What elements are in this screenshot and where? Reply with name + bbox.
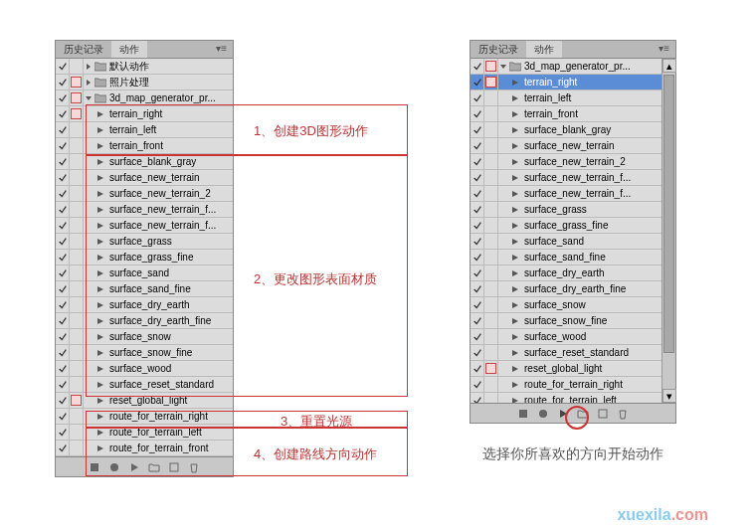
new-action-icon[interactable] bbox=[597, 408, 609, 420]
action-row[interactable]: route_for_terrain_left bbox=[56, 425, 233, 441]
action-row[interactable]: surface_wood bbox=[56, 361, 233, 377]
action-row[interactable]: terrain_left bbox=[471, 90, 675, 106]
toggle-checkbox[interactable] bbox=[56, 345, 70, 360]
toggle-checkbox[interactable] bbox=[471, 218, 484, 233]
expand-icon[interactable] bbox=[84, 94, 94, 102]
toggle-checkbox[interactable] bbox=[56, 250, 70, 265]
action-row[interactable]: terrain_left bbox=[56, 122, 233, 138]
action-row[interactable]: terrain_right bbox=[56, 106, 233, 122]
panel-menu-icon[interactable]: ▾≡ bbox=[653, 41, 675, 58]
dialog-toggle[interactable] bbox=[70, 297, 84, 312]
dialog-toggle[interactable] bbox=[70, 202, 84, 217]
action-row[interactable]: route_for_terrain_right bbox=[56, 409, 233, 425]
toggle-checkbox[interactable] bbox=[56, 202, 70, 217]
toggle-checkbox[interactable] bbox=[471, 345, 484, 360]
dialog-toggle[interactable] bbox=[70, 361, 84, 376]
scroll-up-icon[interactable]: ▴ bbox=[662, 59, 676, 73]
action-row[interactable]: surface_blank_gray bbox=[56, 154, 233, 170]
record-icon[interactable] bbox=[537, 408, 549, 420]
action-row[interactable]: surface_wood bbox=[471, 329, 675, 345]
toggle-checkbox[interactable] bbox=[56, 138, 70, 153]
toggle-checkbox[interactable] bbox=[471, 250, 484, 265]
new-action-icon[interactable] bbox=[168, 461, 180, 473]
scroll-thumb[interactable] bbox=[663, 75, 674, 353]
dialog-toggle[interactable] bbox=[70, 281, 84, 296]
dialog-toggle[interactable] bbox=[484, 122, 498, 137]
action-row[interactable]: surface_snow bbox=[471, 297, 675, 313]
toggle-checkbox[interactable] bbox=[56, 281, 70, 296]
toggle-checkbox[interactable] bbox=[471, 329, 484, 344]
dialog-toggle[interactable] bbox=[70, 425, 84, 440]
dialog-toggle[interactable] bbox=[70, 75, 84, 89]
toggle-checkbox[interactable] bbox=[471, 170, 484, 185]
action-row[interactable]: surface_reset_standard bbox=[471, 345, 675, 361]
new-set-icon[interactable] bbox=[577, 408, 589, 420]
dialog-toggle[interactable] bbox=[484, 377, 498, 392]
dialog-toggle[interactable] bbox=[484, 313, 498, 328]
toggle-checkbox[interactable] bbox=[471, 266, 484, 280]
action-row[interactable]: surface_grass_fine bbox=[56, 250, 233, 266]
dialog-toggle[interactable] bbox=[70, 409, 84, 424]
action-row[interactable]: surface_grass bbox=[56, 234, 233, 250]
action-row[interactable]: surface_new_terrain_f... bbox=[471, 170, 675, 186]
toggle-checkbox[interactable] bbox=[56, 409, 70, 424]
toggle-checkbox[interactable] bbox=[471, 202, 484, 217]
action-row[interactable]: surface_new_terrain_f... bbox=[56, 218, 233, 234]
expand-icon[interactable] bbox=[84, 63, 94, 71]
dialog-toggle[interactable] bbox=[484, 138, 498, 153]
action-row[interactable]: terrain_right bbox=[471, 75, 675, 90]
action-row[interactable]: terrain_front bbox=[56, 138, 233, 154]
dialog-toggle[interactable] bbox=[70, 186, 84, 201]
toggle-checkbox[interactable] bbox=[56, 186, 70, 201]
dialog-toggle[interactable] bbox=[70, 122, 84, 137]
new-set-icon[interactable] bbox=[148, 461, 160, 473]
toggle-checkbox[interactable] bbox=[56, 313, 70, 328]
expand-icon[interactable] bbox=[84, 79, 94, 87]
action-row[interactable]: surface_new_terrain_2 bbox=[56, 186, 233, 202]
dialog-toggle[interactable] bbox=[484, 106, 498, 121]
action-row[interactable]: route_for_terrain_right bbox=[471, 377, 675, 393]
action-row[interactable]: route_for_terrain_front bbox=[56, 441, 233, 456]
toggle-checkbox[interactable] bbox=[471, 59, 484, 74]
action-row[interactable]: surface_grass bbox=[471, 202, 675, 218]
dialog-toggle[interactable] bbox=[70, 234, 84, 249]
toggle-checkbox[interactable] bbox=[471, 154, 484, 169]
toggle-checkbox[interactable] bbox=[56, 218, 70, 233]
toggle-checkbox[interactable] bbox=[471, 281, 484, 296]
dialog-toggle[interactable] bbox=[484, 170, 498, 185]
dialog-toggle[interactable] bbox=[70, 106, 84, 121]
trash-icon[interactable] bbox=[617, 408, 629, 420]
dialog-toggle[interactable] bbox=[484, 154, 498, 169]
dialog-toggle[interactable] bbox=[484, 250, 498, 265]
dialog-toggle[interactable] bbox=[484, 59, 498, 74]
dialog-toggle[interactable] bbox=[70, 154, 84, 169]
toggle-checkbox[interactable] bbox=[56, 425, 70, 440]
toggle-checkbox[interactable] bbox=[56, 441, 70, 455]
dialog-toggle[interactable] bbox=[484, 75, 498, 89]
action-row[interactable]: surface_sand bbox=[471, 234, 675, 250]
scrollbar[interactable]: ▴ ▾ bbox=[662, 59, 675, 403]
dialog-toggle[interactable] bbox=[484, 281, 498, 296]
toggle-checkbox[interactable] bbox=[56, 393, 70, 408]
toggle-checkbox[interactable] bbox=[56, 170, 70, 185]
toggle-checkbox[interactable] bbox=[471, 106, 484, 121]
toggle-checkbox[interactable] bbox=[56, 297, 70, 312]
toggle-checkbox[interactable] bbox=[56, 59, 70, 74]
action-row[interactable]: surface_dry_earth bbox=[56, 297, 233, 313]
toggle-checkbox[interactable] bbox=[56, 377, 70, 392]
toggle-checkbox[interactable] bbox=[471, 297, 484, 312]
toggle-checkbox[interactable] bbox=[56, 361, 70, 376]
toggle-checkbox[interactable] bbox=[471, 75, 484, 89]
action-row[interactable]: surface_snow bbox=[56, 329, 233, 345]
play-icon[interactable] bbox=[557, 408, 569, 420]
action-row[interactable]: 3d_map_generator_pr... bbox=[471, 59, 675, 75]
stop-icon[interactable] bbox=[89, 461, 100, 473]
action-row[interactable]: surface_new_terrain_2 bbox=[471, 154, 675, 170]
dialog-toggle[interactable] bbox=[70, 170, 84, 185]
play-icon[interactable] bbox=[128, 461, 140, 473]
tab-history[interactable]: 历史记录 bbox=[471, 41, 526, 58]
panel-menu-icon[interactable]: ▾≡ bbox=[210, 41, 233, 58]
toggle-checkbox[interactable] bbox=[56, 266, 70, 280]
action-row[interactable]: 默认动作 bbox=[56, 59, 233, 75]
toggle-checkbox[interactable] bbox=[471, 313, 484, 328]
